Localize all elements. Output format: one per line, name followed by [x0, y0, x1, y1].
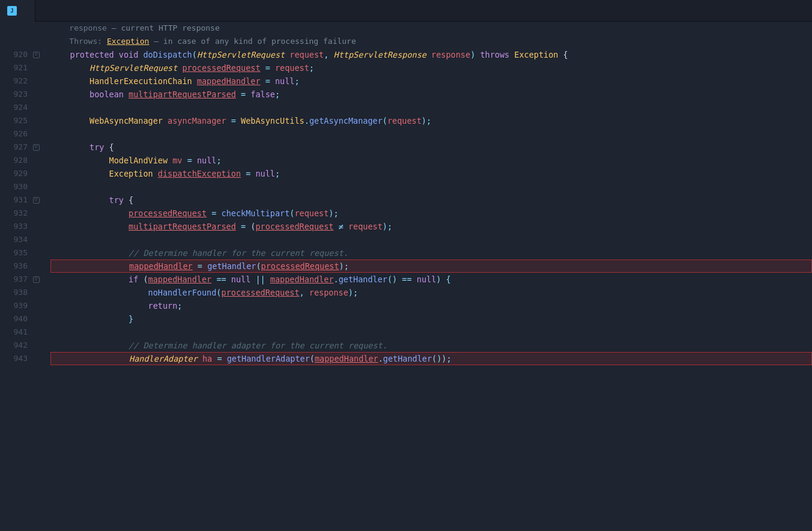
- code-line: Exception dispatchException = null;: [50, 167, 812, 180]
- token: (): [387, 273, 397, 286]
- token: [226, 273, 231, 286]
- line-number: 931: [0, 193, 31, 207]
- line-number-row: 929: [0, 167, 48, 180]
- code-line: WebAsyncManager asyncManager = WebAsyncU…: [50, 114, 812, 127]
- token: ==: [402, 273, 411, 286]
- token: Exception: [514, 48, 558, 61]
- fold-icon[interactable]: ▽: [31, 48, 41, 61]
- fold-icon: [31, 259, 41, 273]
- token: void: [119, 48, 139, 61]
- token: [168, 154, 172, 167]
- token: [207, 207, 211, 220]
- token: ): [470, 48, 475, 61]
- token: noHandlerFound: [148, 286, 217, 299]
- token: request: [387, 114, 422, 127]
- token: response: [431, 48, 470, 61]
- editor-window: J 920▽921922923924925926927▽928929930931…: [0, 0, 812, 531]
- token: ,: [324, 48, 333, 61]
- token: =: [187, 154, 192, 167]
- token: [212, 352, 217, 365]
- token: mappedHandler: [148, 273, 212, 286]
- token: ha: [202, 352, 212, 365]
- fold-icon: [31, 246, 41, 259]
- fold-icon[interactable]: ▽: [31, 273, 41, 286]
- token: [241, 167, 246, 180]
- line-number: 920: [0, 48, 31, 61]
- fold-icon[interactable]: ▽: [31, 193, 41, 207]
- tab-dispatcherservlet[interactable]: J: [0, 0, 35, 22]
- code-line: mappedHandler = getHandler(processedRequ…: [50, 259, 812, 273]
- fold-icon: [31, 114, 41, 127]
- token: [265, 273, 270, 286]
- code-line: try {: [50, 141, 812, 154]
- token: (: [192, 48, 197, 61]
- line-numbers-column: 920▽921922923924925926927▽928929930931▽9…: [0, 48, 48, 365]
- token: =: [265, 61, 270, 74]
- code-lines: protected void doDispatch(HttpServletReq…: [48, 48, 812, 531]
- token: request: [348, 220, 383, 233]
- token: ) {: [436, 273, 450, 286]
- token: processedRequest: [255, 220, 333, 233]
- token: ≠: [339, 220, 344, 233]
- code-line: processedRequest = checkMultipart(reques…: [50, 207, 812, 220]
- token: [250, 273, 255, 286]
- line-number-row: 936: [0, 259, 48, 273]
- token: try: [109, 193, 124, 207]
- token: .: [378, 352, 383, 365]
- fold-icon: [31, 312, 41, 326]
- token: [192, 154, 197, 167]
- code-line: [50, 326, 812, 339]
- token: response: [309, 286, 348, 299]
- token: (: [216, 286, 221, 299]
- token: );: [422, 114, 431, 127]
- token: [397, 273, 402, 286]
- fold-icon: [31, 167, 41, 180]
- token: false: [250, 88, 275, 101]
- code-line: // Determine handler for the current req…: [50, 246, 812, 259]
- token: try: [89, 141, 104, 154]
- token: [412, 273, 417, 286]
- doc-comments: response – current HTTP response Throws:…: [48, 22, 812, 48]
- line-number-row: 943: [0, 352, 48, 365]
- fold-icon: [31, 88, 41, 101]
- tab-bar: J: [0, 0, 812, 22]
- code-line: HandlerAdapter ha = getHandlerAdapter(ma…: [50, 352, 812, 365]
- line-number-row: 940: [0, 312, 48, 326]
- token: processedRequest: [182, 61, 260, 74]
- token: {: [558, 48, 568, 61]
- token: [192, 74, 197, 88]
- line-number: 923: [0, 88, 31, 101]
- token: getAsyncManager: [309, 114, 383, 127]
- line-number: 940: [0, 312, 31, 326]
- code-line: boolean multipartRequestParsed = false;: [50, 88, 812, 101]
- token: throws: [480, 48, 509, 61]
- token: request: [275, 61, 309, 74]
- token: .: [304, 114, 309, 127]
- token: WebAsyncManager: [89, 114, 163, 127]
- doc-line-throws: Throws: Exception – in case of any kind …: [50, 35, 812, 48]
- fold-icon: [31, 207, 41, 220]
- token: [198, 352, 202, 365]
- token: checkMultipart: [222, 207, 290, 220]
- token: [114, 48, 119, 61]
- java-file-icon: J: [7, 6, 17, 16]
- code-line: return;: [50, 299, 812, 312]
- token: ;: [275, 88, 280, 101]
- line-number: 935: [0, 246, 31, 259]
- token: processedRequest: [129, 207, 207, 220]
- fold-icon: [31, 154, 41, 167]
- fold-icon: [31, 286, 41, 299]
- fold-icon[interactable]: ▽: [31, 141, 41, 154]
- token: [138, 48, 143, 61]
- line-number-row: 937▽: [0, 273, 48, 286]
- line-number-row: 928: [0, 154, 48, 167]
- token: [246, 88, 250, 101]
- fold-icon: [31, 352, 41, 365]
- line-number: 926: [0, 127, 31, 141]
- line-number-row: 923: [0, 88, 48, 101]
- line-number: 941: [0, 326, 31, 339]
- token: dispatchException: [158, 167, 241, 180]
- token: boolean: [89, 88, 124, 101]
- token: [333, 220, 338, 233]
- line-number-row: 927▽: [0, 141, 48, 154]
